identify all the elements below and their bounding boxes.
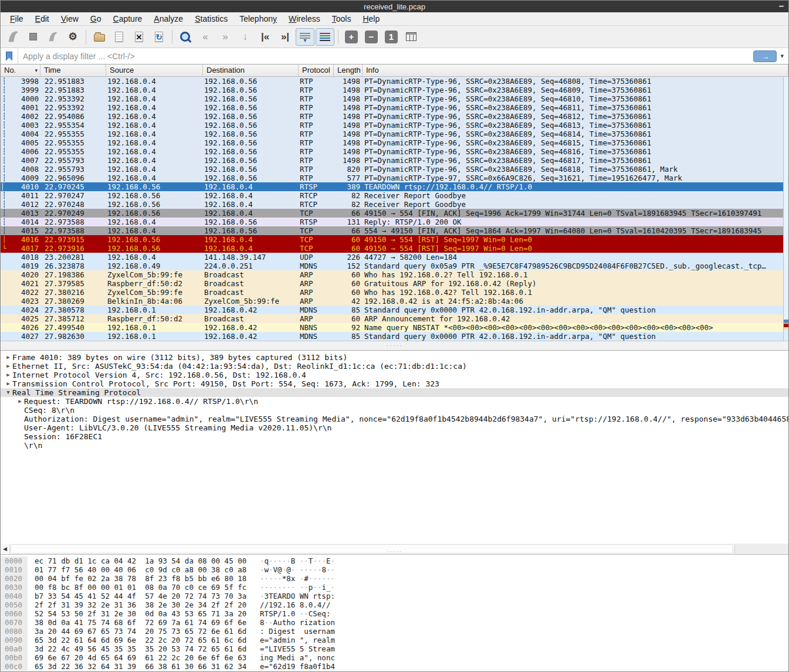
hex-row-0080[interactable]: 00803a 20 44 69 67 65 73 74 20 75 73 65 …: [1, 627, 788, 636]
hex-row-00a0[interactable]: 00a03d 22 4c 49 56 45 35 35 35 20 53 74 …: [1, 644, 788, 653]
cell-protocol[interactable]: ARP: [299, 288, 334, 297]
cell-gutter[interactable]: ┆: [1, 130, 8, 138]
cell-source[interactable]: 192.168.0.1: [106, 323, 203, 332]
cell-source[interactable]: 192.168.0.56: [106, 191, 203, 200]
cell-no[interactable]: 3998: [8, 77, 40, 86]
cell-source[interactable]: 192.168.0.4: [106, 130, 203, 138]
cell-protocol[interactable]: ARP: [299, 314, 334, 323]
packet-row-4004[interactable]: ┆400422.955355192.168.0.4192.168.0.56RTP…: [1, 130, 788, 138]
cell-protocol[interactable]: RTP: [299, 138, 334, 147]
cell-no[interactable]: 4021: [8, 279, 40, 288]
cell-length[interactable]: 60: [334, 314, 363, 323]
cell-time[interactable]: 22.970245: [40, 182, 106, 191]
cell-no[interactable]: 4009: [8, 174, 40, 182]
cell-gutter[interactable]: ┆: [1, 147, 8, 156]
cell-time[interactable]: 22.954086: [40, 112, 106, 121]
cell-source[interactable]: 192.168.0.4: [106, 156, 203, 165]
cell-no[interactable]: 4024: [8, 306, 40, 314]
cell-info[interactable]: Standard query 0x05a9 PTR _%9E5E7C8F4798…: [363, 262, 788, 270]
cell-info[interactable]: TEARDOWN rtsp://192.168.0.4// RTSP/1.0: [363, 182, 788, 191]
hex-bytes[interactable]: 2f 2f 31 39 32 2e 31 36 38 2e 30 2e 34 2…: [28, 600, 246, 609]
hex-row-0030[interactable]: 003000 f8 bc 8f 00 00 01 01 08 0a 70 c0 …: [1, 583, 788, 592]
cell-time[interactable]: 27.499540: [40, 323, 106, 332]
go-back-button[interactable]: «: [196, 28, 215, 46]
hex-ascii[interactable]: e="62d19 f8a0f1b4: [246, 662, 335, 671]
cell-length[interactable]: 820: [334, 165, 363, 174]
cell-length[interactable]: 66: [334, 209, 363, 218]
cell-time[interactable]: 22.951883: [40, 86, 106, 94]
cell-info[interactable]: 192.168.0.42 is at 24:f5:a2:8b:4a:06: [363, 297, 788, 306]
cell-info[interactable]: ARP Announcement for 192.168.0.42: [363, 314, 788, 323]
cell-destination[interactable]: 224.0.0.251: [203, 262, 299, 270]
cell-length[interactable]: 1498: [334, 86, 363, 94]
cell-info[interactable]: 49150 → 554 [RST] Seq=1997 Win=0 Len=0: [363, 244, 788, 253]
packet-row-4002[interactable]: ┆400222.954086192.168.0.4192.168.0.56RTP…: [1, 112, 788, 121]
cell-protocol[interactable]: RTP: [299, 156, 334, 165]
cell-length[interactable]: 60: [334, 235, 363, 244]
cell-info[interactable]: PT=DynamicRTP-Type-96, SSRC=0x238A6E89, …: [363, 156, 788, 165]
hex-bytes[interactable]: 52 54 53 50 2f 31 2e 30 0d 0a 43 53 65 7…: [28, 609, 246, 618]
cell-source[interactable]: 192.168.0.56: [106, 235, 203, 244]
cell-gutter[interactable]: ┆: [1, 94, 8, 103]
cell-time[interactable]: 27.380578: [40, 306, 106, 314]
cell-length[interactable]: 226: [334, 253, 363, 262]
cell-protocol[interactable]: RTP: [299, 94, 334, 103]
hex-ascii[interactable]: ing Medi a", nonc: [246, 653, 335, 662]
cell-destination[interactable]: 192.168.0.4: [203, 235, 299, 244]
cell-info[interactable]: PT=DynamicRTP-Type-96, SSRC=0x238A6E89, …: [363, 77, 788, 86]
column-header-protocol[interactable]: Protocol: [299, 65, 334, 76]
cell-source[interactable]: ZyxelCom_5b:99:fe: [106, 270, 203, 279]
cell-time[interactable]: 27.982630: [40, 332, 106, 341]
cell-source[interactable]: 192.168.0.4: [106, 138, 203, 147]
cell-gutter[interactable]: ┆: [1, 103, 8, 112]
cell-protocol[interactable]: MDNS: [299, 332, 334, 341]
hex-bytes[interactable]: 65 3d 22 61 64 6d 69 6e 22 2c 20 72 65 6…: [28, 636, 246, 644]
cell-source[interactable]: 192.168.0.56: [106, 200, 203, 209]
cell-info[interactable]: PT=DynamicRTP-Type-96, SSRC=0x238A6E89, …: [363, 130, 788, 138]
detail-line[interactable]: \r\n: [1, 441, 788, 450]
cell-time[interactable]: 22.951883: [40, 77, 106, 86]
cell-no[interactable]: 4011: [8, 191, 40, 200]
cell-length[interactable]: 85: [334, 306, 363, 314]
cell-time[interactable]: 27.380216: [40, 288, 106, 297]
cell-length[interactable]: 85: [334, 332, 363, 341]
cell-time[interactable]: 22.970247: [40, 191, 106, 200]
cell-protocol[interactable]: RTP: [299, 174, 334, 182]
hex-row-0070[interactable]: 007038 0d 0a 41 75 74 68 6f 72 69 7a 61 …: [1, 618, 788, 627]
cell-gutter[interactable]: [1, 314, 8, 323]
detail-line[interactable]: ▶Ethernet II, Src: ASUSTekC_93:54:da (04…: [1, 362, 788, 371]
cell-destination[interactable]: 192.168.0.4: [203, 209, 299, 218]
cell-time[interactable]: 22.973915: [40, 235, 106, 244]
cell-time[interactable]: 22.955793: [40, 165, 106, 174]
cell-protocol[interactable]: RTP: [299, 147, 334, 156]
cell-source[interactable]: BelkinIn_8b:4a:06: [106, 297, 203, 306]
cell-destination[interactable]: 192.168.0.56: [203, 112, 299, 121]
cell-time[interactable]: 22.953392: [40, 103, 106, 112]
expander-open-icon[interactable]: ▼: [4, 388, 12, 397]
expander-closed-icon[interactable]: ▶: [4, 379, 12, 388]
hex-ascii[interactable]: ·w·V@·@· ·····8··: [246, 565, 335, 574]
cell-destination[interactable]: 192.168.0.4: [203, 191, 299, 200]
cell-gutter[interactable]: ┆: [1, 112, 8, 121]
cell-no[interactable]: 4000: [8, 94, 40, 103]
cell-gutter[interactable]: ┆: [1, 174, 8, 182]
cell-source[interactable]: 192.168.0.56: [106, 209, 203, 218]
cell-time[interactable]: 22.955793: [40, 156, 106, 165]
cell-length[interactable]: 1498: [334, 156, 363, 165]
packet-row-4009[interactable]: ┆400922.965096192.168.0.4192.168.0.56RTP…: [1, 174, 788, 182]
cell-no[interactable]: 4008: [8, 165, 40, 174]
cell-length[interactable]: 577: [334, 174, 363, 182]
cell-no[interactable]: 4005: [8, 138, 40, 147]
column-header-info[interactable]: Info: [363, 65, 788, 76]
cell-info[interactable]: PT=DynamicRTP-Type-96, SSRC=0x238A6E89, …: [363, 165, 788, 174]
close-file-button[interactable]: ✕: [130, 28, 148, 46]
detail-line[interactable]: ▶Request: TEARDOWN rtsp://192.168.0.4// …: [1, 397, 788, 406]
hex-ascii[interactable]: ·q·····B ··T···E·: [246, 556, 335, 565]
detail-line[interactable]: ▶Transmission Control Protocol, Src Port…: [1, 379, 788, 388]
cell-no[interactable]: 3999: [8, 86, 40, 94]
cell-gutter[interactable]: [1, 297, 8, 306]
cell-info[interactable]: Standard query 0x0000 PTR 42.0.168.192.i…: [363, 306, 788, 314]
cell-source[interactable]: 192.168.0.1: [106, 332, 203, 341]
hex-bytes[interactable]: 69 6e 67 20 4d 65 64 69 61 22 2c 20 6e 6…: [28, 653, 246, 662]
cell-gutter[interactable]: ┆: [1, 138, 8, 147]
